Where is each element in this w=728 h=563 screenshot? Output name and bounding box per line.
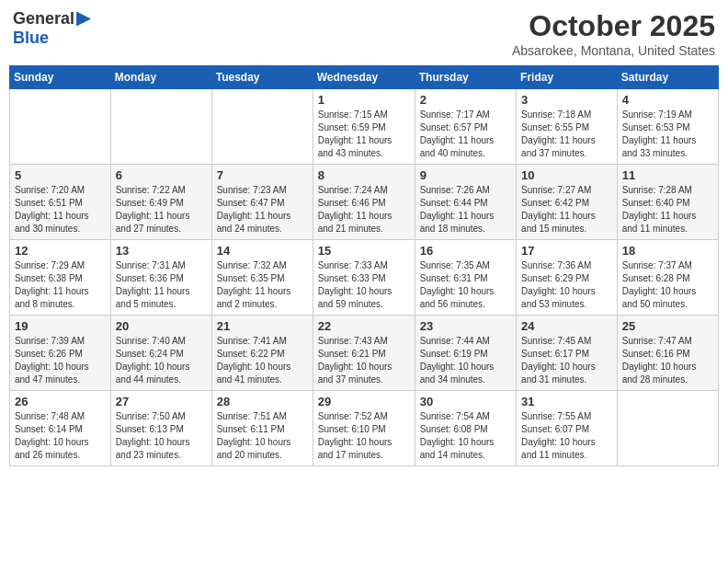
day-number: 6 <box>116 168 207 182</box>
calendar-cell: 6Sunrise: 7:22 AM Sunset: 6:49 PM Daylig… <box>110 165 211 240</box>
day-of-week-header: Thursday <box>415 66 516 89</box>
calendar-cell: 31Sunrise: 7:55 AM Sunset: 6:07 PM Dayli… <box>517 391 618 466</box>
title-block: October 2025 Absarokee, Montana, United … <box>512 9 715 58</box>
day-info: Sunrise: 7:31 AM Sunset: 6:36 PM Dayligh… <box>116 259 207 311</box>
day-number: 8 <box>318 168 410 182</box>
day-number: 11 <box>622 168 713 182</box>
page-header: General Blue October 2025 Absarokee, Mon… <box>9 9 719 58</box>
day-info: Sunrise: 7:47 AM Sunset: 6:16 PM Dayligh… <box>622 335 713 386</box>
calendar-table: SundayMondayTuesdayWednesdayThursdayFrid… <box>9 65 719 466</box>
day-number: 28 <box>217 395 308 408</box>
day-info: Sunrise: 7:20 AM Sunset: 6:51 PM Dayligh… <box>15 184 106 236</box>
day-number: 26 <box>15 395 106 408</box>
day-of-week-header: Friday <box>517 66 618 89</box>
day-number: 9 <box>420 168 511 182</box>
logo-icon <box>76 12 91 27</box>
calendar-cell: 30Sunrise: 7:54 AM Sunset: 6:08 PM Dayli… <box>415 391 516 466</box>
day-number: 25 <box>622 319 713 333</box>
day-info: Sunrise: 7:17 AM Sunset: 6:57 PM Dayligh… <box>420 109 511 160</box>
day-info: Sunrise: 7:22 AM Sunset: 6:49 PM Dayligh… <box>116 184 207 236</box>
day-number: 24 <box>521 319 612 333</box>
logo-general: General <box>13 9 74 29</box>
day-info: Sunrise: 7:54 AM Sunset: 6:08 PM Dayligh… <box>420 410 511 462</box>
calendar-week-row: 19Sunrise: 7:39 AM Sunset: 6:26 PM Dayli… <box>10 316 719 391</box>
calendar-cell: 14Sunrise: 7:32 AM Sunset: 6:35 PM Dayli… <box>211 240 313 316</box>
calendar-cell: 1Sunrise: 7:15 AM Sunset: 6:59 PM Daylig… <box>313 89 415 165</box>
calendar-cell: 29Sunrise: 7:52 AM Sunset: 6:10 PM Dayli… <box>313 391 415 466</box>
day-info: Sunrise: 7:32 AM Sunset: 6:35 PM Dayligh… <box>217 259 308 311</box>
day-number: 30 <box>420 395 511 408</box>
location-subtitle: Absarokee, Montana, United States <box>512 43 715 58</box>
calendar-week-row: 5Sunrise: 7:20 AM Sunset: 6:51 PM Daylig… <box>10 165 719 240</box>
day-of-week-header: Wednesday <box>313 66 415 89</box>
day-number: 14 <box>217 244 308 258</box>
calendar-cell: 18Sunrise: 7:37 AM Sunset: 6:28 PM Dayli… <box>617 240 718 316</box>
month-title: October 2025 <box>512 9 715 43</box>
calendar-cell: 10Sunrise: 7:27 AM Sunset: 6:42 PM Dayli… <box>517 165 618 240</box>
calendar-cell: 2Sunrise: 7:17 AM Sunset: 6:57 PM Daylig… <box>415 89 516 165</box>
day-of-week-header: Saturday <box>617 66 718 89</box>
day-number: 22 <box>318 319 410 333</box>
calendar-week-row: 12Sunrise: 7:29 AM Sunset: 6:38 PM Dayli… <box>10 240 719 316</box>
calendar-cell <box>617 391 718 466</box>
calendar-cell: 22Sunrise: 7:43 AM Sunset: 6:21 PM Dayli… <box>313 316 415 391</box>
day-number: 27 <box>116 395 207 408</box>
calendar-week-row: 26Sunrise: 7:48 AM Sunset: 6:14 PM Dayli… <box>10 391 719 466</box>
day-info: Sunrise: 7:39 AM Sunset: 6:26 PM Dayligh… <box>15 335 106 386</box>
day-number: 23 <box>420 319 511 333</box>
day-number: 19 <box>15 319 106 333</box>
calendar-cell: 24Sunrise: 7:45 AM Sunset: 6:17 PM Dayli… <box>517 316 618 391</box>
day-number: 5 <box>15 168 106 182</box>
day-info: Sunrise: 7:48 AM Sunset: 6:14 PM Dayligh… <box>15 410 106 462</box>
day-info: Sunrise: 7:36 AM Sunset: 6:29 PM Dayligh… <box>521 259 612 311</box>
day-number: 12 <box>15 244 106 258</box>
day-of-week-header: Monday <box>110 66 211 89</box>
day-info: Sunrise: 7:51 AM Sunset: 6:11 PM Dayligh… <box>217 410 308 462</box>
day-number: 10 <box>521 168 612 182</box>
calendar-cell: 27Sunrise: 7:50 AM Sunset: 6:13 PM Dayli… <box>110 391 211 466</box>
day-number: 2 <box>420 93 511 107</box>
calendar-cell <box>10 89 111 165</box>
day-info: Sunrise: 7:45 AM Sunset: 6:17 PM Dayligh… <box>521 335 612 386</box>
calendar-cell: 23Sunrise: 7:44 AM Sunset: 6:19 PM Dayli… <box>415 316 516 391</box>
day-info: Sunrise: 7:35 AM Sunset: 6:31 PM Dayligh… <box>420 259 511 311</box>
calendar-cell: 12Sunrise: 7:29 AM Sunset: 6:38 PM Dayli… <box>10 240 111 316</box>
day-number: 31 <box>521 395 612 408</box>
calendar-cell: 21Sunrise: 7:41 AM Sunset: 6:22 PM Dayli… <box>211 316 313 391</box>
day-info: Sunrise: 7:33 AM Sunset: 6:33 PM Dayligh… <box>318 259 410 311</box>
day-number: 21 <box>217 319 308 333</box>
calendar-cell <box>211 89 313 165</box>
day-number: 17 <box>521 244 612 258</box>
calendar-cell: 11Sunrise: 7:28 AM Sunset: 6:40 PM Dayli… <box>617 165 718 240</box>
logo: General Blue <box>13 9 91 48</box>
calendar-cell: 28Sunrise: 7:51 AM Sunset: 6:11 PM Dayli… <box>211 391 313 466</box>
day-info: Sunrise: 7:40 AM Sunset: 6:24 PM Dayligh… <box>116 335 207 386</box>
calendar-cell: 20Sunrise: 7:40 AM Sunset: 6:24 PM Dayli… <box>110 316 211 391</box>
day-number: 18 <box>622 244 713 258</box>
logo-blue: Blue <box>13 29 49 48</box>
day-number: 7 <box>217 168 308 182</box>
day-number: 15 <box>318 244 410 258</box>
calendar-cell: 17Sunrise: 7:36 AM Sunset: 6:29 PM Dayli… <box>517 240 618 316</box>
day-info: Sunrise: 7:29 AM Sunset: 6:38 PM Dayligh… <box>15 259 106 311</box>
day-info: Sunrise: 7:24 AM Sunset: 6:46 PM Dayligh… <box>318 184 410 236</box>
day-info: Sunrise: 7:19 AM Sunset: 6:53 PM Dayligh… <box>622 109 713 160</box>
day-number: 4 <box>622 93 713 107</box>
calendar-cell: 16Sunrise: 7:35 AM Sunset: 6:31 PM Dayli… <box>415 240 516 316</box>
day-info: Sunrise: 7:44 AM Sunset: 6:19 PM Dayligh… <box>420 335 511 386</box>
calendar-header-row: SundayMondayTuesdayWednesdayThursdayFrid… <box>10 66 719 89</box>
calendar-cell: 8Sunrise: 7:24 AM Sunset: 6:46 PM Daylig… <box>313 165 415 240</box>
day-info: Sunrise: 7:41 AM Sunset: 6:22 PM Dayligh… <box>217 335 308 386</box>
day-number: 13 <box>116 244 207 258</box>
day-number: 29 <box>318 395 410 408</box>
day-number: 16 <box>420 244 511 258</box>
day-info: Sunrise: 7:18 AM Sunset: 6:55 PM Dayligh… <box>521 109 612 160</box>
day-info: Sunrise: 7:43 AM Sunset: 6:21 PM Dayligh… <box>318 335 410 386</box>
calendar-cell: 7Sunrise: 7:23 AM Sunset: 6:47 PM Daylig… <box>211 165 313 240</box>
day-info: Sunrise: 7:50 AM Sunset: 6:13 PM Dayligh… <box>116 410 207 462</box>
day-number: 20 <box>116 319 207 333</box>
calendar-cell: 5Sunrise: 7:20 AM Sunset: 6:51 PM Daylig… <box>10 165 111 240</box>
calendar-cell: 19Sunrise: 7:39 AM Sunset: 6:26 PM Dayli… <box>10 316 111 391</box>
day-info: Sunrise: 7:26 AM Sunset: 6:44 PM Dayligh… <box>420 184 511 236</box>
day-info: Sunrise: 7:55 AM Sunset: 6:07 PM Dayligh… <box>521 410 612 462</box>
